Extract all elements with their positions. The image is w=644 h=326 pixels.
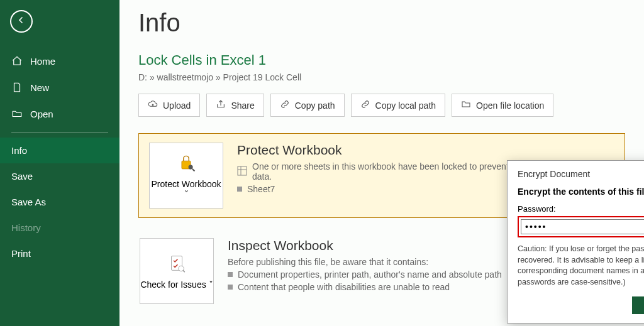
tile-label: Protect Workbook — [151, 179, 221, 189]
dialog-title: Encrypt Document — [518, 169, 590, 179]
share-button[interactable]: Share — [206, 94, 264, 117]
password-highlight — [518, 216, 644, 237]
sidebar-item-print[interactable]: Print — [0, 241, 119, 266]
arrow-left-icon — [16, 14, 27, 28]
dialog-subtitle: Encrypt the contents of this file — [518, 187, 644, 197]
button-label: Upload — [163, 101, 191, 111]
sidebar-item-new[interactable]: New — [0, 74, 119, 101]
checklist-icon — [166, 253, 187, 276]
folder-open-icon — [11, 108, 23, 119]
sidebar-item-label: Save As — [11, 197, 46, 207]
inspect-heading: Inspect Workbook — [228, 238, 502, 253]
svg-point-1 — [189, 165, 193, 170]
button-label: Share — [231, 101, 254, 111]
tile-label: Check for Issues — [140, 280, 206, 290]
bullet-icon — [228, 272, 233, 277]
page-title: Info — [138, 9, 625, 37]
sidebar-item-label: History — [11, 222, 41, 233]
ok-button[interactable]: OK — [632, 296, 644, 314]
backstage-sidebar: Home New Open Info Save Save As History … — [0, 0, 119, 326]
home-icon — [11, 55, 23, 67]
inspect-item: Document properties, printer path, autho… — [228, 269, 502, 280]
link-icon — [360, 99, 370, 111]
sidebar-item-save-as[interactable]: Save As — [0, 189, 119, 215]
cloud-upload-icon — [148, 99, 158, 111]
sidebar-item-label: Info — [11, 145, 27, 156]
button-label: Open file location — [476, 101, 544, 111]
copy-path-button[interactable]: Copy path — [270, 94, 345, 117]
sidebar-item-history: History — [0, 215, 119, 241]
sidebar-item-info[interactable]: Info — [0, 138, 119, 163]
sidebar-item-home[interactable]: Home — [0, 48, 119, 74]
bullet-icon — [237, 187, 242, 192]
back-button[interactable] — [10, 10, 33, 33]
svg-rect-2 — [238, 166, 247, 175]
copy-local-path-button[interactable]: Copy local path — [351, 94, 446, 117]
sidebar-divider — [11, 132, 108, 133]
protect-heading: Protect Workbook — [237, 143, 614, 158]
sidebar-item-open[interactable]: Open — [0, 101, 119, 127]
new-file-icon — [11, 82, 23, 93]
sidebar-item-save[interactable]: Save — [0, 163, 119, 189]
inspect-description: Before publishing this file, be aware th… — [228, 257, 502, 267]
lock-key-icon — [175, 152, 197, 175]
password-input[interactable] — [521, 219, 644, 234]
sidebar-item-label: Open — [30, 109, 53, 119]
backstage-main: Info Lock Cells in Excel 1 D: » wallstre… — [119, 0, 644, 326]
document-name: Lock Cells in Excel 1 — [138, 52, 625, 68]
worksheet-icon — [237, 166, 247, 178]
protect-workbook-tile[interactable]: Protect Workbook ˅ — [149, 143, 223, 209]
chevron-down-icon: ˅ — [209, 280, 213, 290]
folder-icon — [461, 99, 471, 111]
inspect-item: Content that people with disabilities ar… — [228, 282, 502, 292]
open-file-location-button[interactable]: Open file location — [452, 94, 553, 117]
file-action-toolbar: Upload Share Copy path Copy local path O… — [138, 94, 625, 117]
share-icon — [216, 99, 226, 111]
breadcrumb: D: » wallstreetmojo » Project 19 Lock Ce… — [138, 72, 625, 82]
upload-button[interactable]: Upload — [138, 94, 200, 117]
sidebar-item-label: Home — [30, 56, 55, 67]
button-label: Copy path — [295, 101, 335, 111]
chevron-down-icon: ˅ — [184, 189, 189, 199]
caution-text: Caution: If you lose or forget the passw… — [518, 244, 644, 288]
bullet-icon — [228, 285, 233, 290]
sidebar-item-label: New — [30, 82, 49, 93]
sidebar-item-label: Save — [11, 171, 33, 182]
link-icon — [280, 99, 290, 111]
sidebar-item-label: Print — [11, 248, 31, 259]
check-for-issues-tile[interactable]: Check for Issues ˅ — [140, 238, 214, 304]
password-label: Password: — [518, 204, 644, 214]
encrypt-document-dialog: Encrypt Document ? Encrypt the contents … — [507, 160, 644, 323]
button-label: Copy local path — [375, 101, 436, 111]
